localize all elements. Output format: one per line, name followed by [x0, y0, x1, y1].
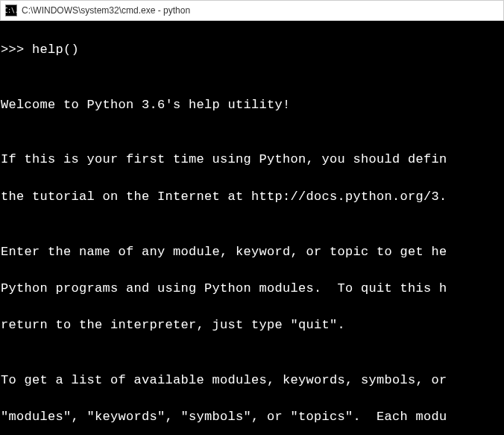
terminal-output[interactable]: >>> help() Welcome to Python 3.6's help …	[0, 21, 504, 435]
cmd-icon: C:\.	[5, 4, 17, 16]
terminal-line: To get a list of available modules, keyw…	[1, 372, 503, 390]
terminal-line: >>> help()	[1, 41, 503, 60]
window-title: C:\WINDOWS\system32\cmd.exe - python	[22, 5, 190, 16]
terminal-line: Welcome to Python 3.6's help utility!	[1, 96, 503, 115]
terminal-line: Enter the name of any module, keyword, o…	[1, 243, 503, 262]
terminal-line: the tutorial on the Internet at http://d…	[1, 188, 503, 207]
terminal-line: return to the interpreter, just type "qu…	[1, 316, 503, 335]
terminal-line: "modules", "keywords", "symbols", or "to…	[1, 408, 503, 427]
terminal-line: Python programs and using Python modules…	[1, 280, 503, 298]
window-titlebar[interactable]: C:\. C:\WINDOWS\system32\cmd.exe - pytho…	[0, 0, 504, 21]
terminal-line: If this is your first time using Python,…	[1, 151, 503, 169]
